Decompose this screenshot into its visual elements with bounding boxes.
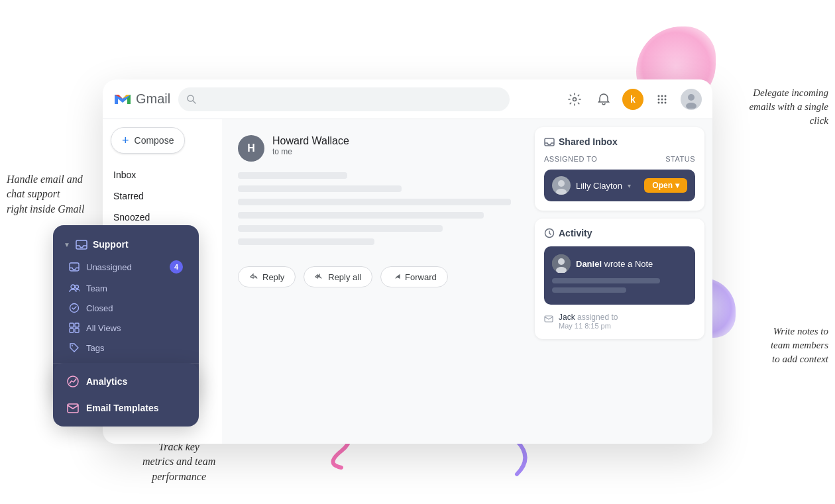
email-line-1 [238, 172, 347, 179]
svg-point-22 [558, 180, 565, 187]
float-item-team[interactable]: Team [53, 278, 199, 298]
gmail-logo: Gmail [113, 90, 170, 109]
svg-rect-36 [70, 328, 74, 332]
svg-point-12 [661, 98, 663, 100]
unassigned-inbox-icon [69, 262, 80, 272]
log-action-text: assigned to [577, 313, 618, 322]
team-icon [69, 283, 80, 293]
note-author-name: Daniel [576, 259, 602, 269]
svg-point-10 [665, 95, 667, 97]
tags-icon [69, 342, 80, 353]
unassigned-badge: 4 [170, 260, 183, 274]
note-wrote-text: wrote a Note [604, 259, 653, 269]
gmail-search-bar[interactable] [178, 87, 510, 111]
svg-point-26 [558, 258, 565, 265]
sidebar-starred-label: Starred [113, 191, 144, 201]
svg-point-31 [71, 285, 75, 289]
user-avatar[interactable] [681, 89, 702, 110]
analytics-label: Analytics [86, 376, 127, 387]
shared-inbox-title: Shared Inbox [544, 136, 695, 147]
email-to: to me [272, 147, 349, 156]
email-sender-name: Howard Wallace [272, 135, 349, 147]
note-author-avatar [552, 254, 571, 273]
assignee-name: Lilly Clayton [576, 181, 622, 191]
all-views-label: All Views [86, 323, 121, 333]
float-item-all-views[interactable]: All Views [53, 318, 199, 338]
note-line-1 [552, 278, 660, 283]
svg-point-11 [658, 98, 660, 100]
right-panel: Shared Inbox Assigned to Status Lilly Cl… [527, 119, 712, 444]
svg-point-14 [658, 101, 660, 103]
float-item-email-templates[interactable]: Email Templates [53, 395, 199, 421]
settings-icon[interactable] [564, 89, 585, 110]
grid-icon[interactable] [651, 89, 673, 110]
gmail-topbar: Gmail k [103, 79, 712, 119]
float-item-closed[interactable]: Closed [53, 298, 199, 318]
compose-plus-icon: + [122, 134, 129, 148]
annotation-right-top: Delegate incoming emails with a single c… [749, 86, 828, 128]
support-section-header[interactable]: ▼ Support [53, 233, 199, 256]
avatar-k[interactable]: k [622, 89, 643, 110]
svg-rect-34 [70, 323, 74, 327]
status-col-label: Status [665, 155, 695, 163]
unassigned-label: Unassigned [86, 262, 132, 272]
annotation-bottom: Track key metrics and team performance [142, 440, 215, 484]
email-sender-avatar: H [238, 135, 264, 162]
tags-label: Tags [86, 343, 104, 353]
gmail-m-icon [113, 90, 132, 109]
forward-icon [392, 272, 401, 281]
float-item-unassigned[interactable]: Unassigned 4 [53, 256, 199, 278]
email-view: H Howard Wallace to me Rep [222, 119, 527, 444]
topbar-icons: k [564, 89, 702, 110]
note-title: Daniel wrote a Note [576, 259, 653, 269]
float-item-analytics[interactable]: Analytics [53, 368, 199, 395]
svg-rect-35 [75, 323, 79, 327]
assigned-row: Assigned to Status [544, 155, 695, 163]
note-header: Daniel wrote a Note [552, 254, 687, 273]
assigned-dark-box: Lilly Clayton ▾ Open ▾ [544, 170, 695, 201]
email-line-4 [238, 212, 484, 219]
floating-bottom-panel: Analytics Email Templates [53, 363, 199, 427]
status-text: Open [652, 181, 673, 190]
all-views-icon [69, 323, 80, 333]
email-line-3 [238, 199, 511, 205]
compose-label: Compose [135, 135, 174, 146]
svg-point-32 [76, 285, 79, 289]
email-line-5 [238, 225, 443, 232]
svg-point-38 [72, 345, 73, 346]
email-header: H Howard Wallace to me [238, 135, 511, 162]
reply-button[interactable]: Reply [238, 266, 296, 287]
sidebar-item-starred[interactable]: Starred [103, 185, 214, 207]
svg-point-16 [665, 101, 667, 103]
activity-label: Activity [559, 228, 592, 238]
svg-point-7 [573, 97, 577, 101]
bell-icon[interactable] [593, 89, 614, 110]
reply-all-icon [315, 272, 324, 281]
sidebar-item-inbox[interactable]: Inbox [103, 164, 214, 185]
sidebar-inbox-label: Inbox [113, 170, 136, 180]
reply-label: Reply [262, 272, 284, 282]
activity-card: Activity Daniel wrote a Note [535, 219, 704, 339]
sidebar-snoozed-label: Snoozed [113, 212, 150, 223]
svg-point-18 [688, 94, 695, 101]
annotation-right-bottom: Write notes to team members to add conte… [771, 325, 828, 366]
svg-point-8 [658, 95, 660, 97]
compose-button[interactable]: + Compose [111, 127, 185, 154]
activity-log-row: Jack assigned to May 11 8:15 pm [544, 313, 695, 330]
activity-icon [544, 228, 555, 238]
shared-inbox-label: Shared Inbox [559, 136, 618, 147]
forward-button[interactable]: Forward [380, 266, 448, 287]
inbox-support-icon [76, 238, 87, 250]
search-icon [186, 94, 197, 105]
reply-all-button[interactable]: Reply all [304, 266, 372, 287]
email-actions: Reply Reply all Forward [238, 266, 511, 287]
email-templates-icon [66, 401, 80, 415]
closed-label: Closed [86, 303, 113, 313]
float-item-tags[interactable]: Tags [53, 338, 199, 358]
support-label: Support [93, 239, 129, 250]
email-line-2 [238, 185, 402, 192]
log-actor: Jack [559, 313, 575, 322]
email-body [238, 172, 511, 245]
status-badge[interactable]: Open ▾ [644, 178, 687, 193]
chevron-down-icon[interactable]: ▾ [628, 182, 631, 189]
